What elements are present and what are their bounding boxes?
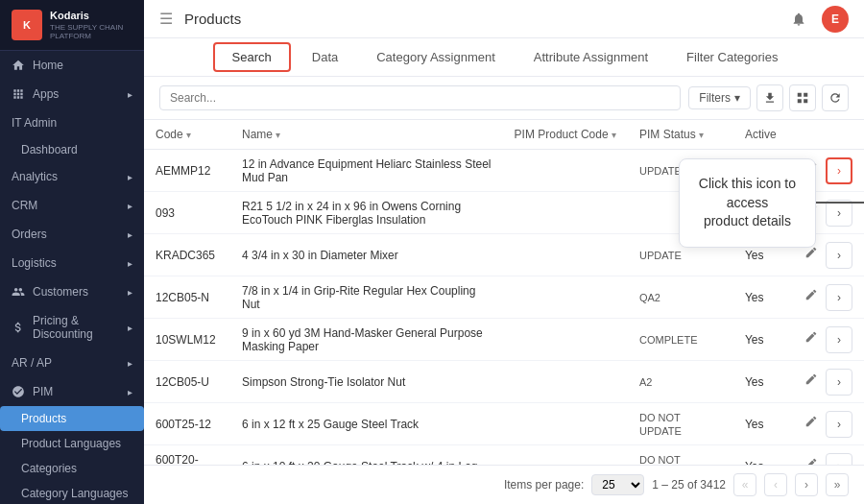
cell-active: Yes [733,445,788,466]
edit-icon[interactable] [800,156,823,180]
export-button[interactable] [756,84,783,111]
pagination-first-button[interactable]: « [733,473,756,496]
grid-icon [796,91,809,105]
cell-pim-code [503,361,628,403]
products-table: Code ▾ Name ▾ PIM Product Code ▾ PIM Sta… [144,120,864,465]
sidebar-label-products: Products [21,412,66,425]
detail-arrow-button[interactable]: › [826,284,852,311]
tab-attribute-assignment[interactable]: Attribute Assignment [516,44,665,70]
table-row: 600T25-12 6 in x 12 ft x 25 Gauge Steel … [144,403,864,445]
cell-pim-status: QA2 [628,276,733,319]
detail-arrow-button[interactable]: › [826,242,852,269]
pagination-next-button[interactable]: › [795,473,818,496]
detail-arrow-button[interactable]: › [826,326,852,353]
notification-wrapper [785,6,812,33]
sidebar-item-analytics[interactable]: Analytics ▸ [0,162,144,191]
filters-button[interactable]: Filters ▾ [688,86,751,109]
logistics-arrow: ▸ [128,258,132,269]
cell-actions: › [788,234,864,276]
col-header-active: Active [733,120,788,150]
tab-filter-categories[interactable]: Filter Categories [669,44,795,70]
cell-pim-status: DO NOT UPDATE [628,445,733,466]
detail-arrow-button[interactable]: › [826,157,852,184]
notification-button[interactable] [785,6,812,33]
orders-arrow: ▸ [128,229,132,240]
cell-code: 12CB05-N [144,276,230,319]
pagination-range: 1 – 25 of 3412 [652,478,726,492]
cell-active: Yes [733,192,788,234]
tab-category-assignment[interactable]: Category Assignment [359,44,513,70]
sidebar-label-pricing: Pricing & Discounting [33,314,128,341]
items-per-page-select[interactable]: 25 50 100 [591,474,644,495]
arap-arrow: ▸ [128,358,132,369]
cell-pim-code [503,319,628,361]
sidebar-item-pricing[interactable]: Pricing & Discounting ▸ [0,306,144,348]
cell-pim-status: UPDATE [628,234,733,276]
apps-arrow: ▸ [128,89,132,100]
sidebar-item-orders[interactable]: Orders ▸ [0,220,144,249]
cell-active: Yes [733,234,788,276]
cell-pim-code [503,276,628,319]
cell-pim-status: COMPLETE [628,319,733,361]
cell-code: 600T25-12 [144,403,230,445]
edit-icon[interactable] [800,241,823,264]
cell-code: AEMMP12 [144,150,230,192]
code-sort-icon: ▾ [186,130,191,140]
sidebar-item-categories[interactable]: Categories [0,456,144,481]
col-header-name[interactable]: Name ▾ [230,120,503,150]
pim-arrow: ▸ [128,387,132,397]
cell-name: 9 in x 60 yd 3M Hand-Masker General Purp… [230,319,503,361]
edit-icon[interactable] [800,283,823,306]
sidebar-item-category-languages[interactable]: Category Languages [0,481,144,504]
sidebar-item-arap[interactable]: AR / AP ▸ [0,348,144,377]
cell-active: Yes [733,319,788,361]
table-row: KRADC365 4 3/4 in x 30 in Diameter Mixer… [144,234,864,276]
edit-icon[interactable] [800,325,823,348]
page-title: Products [184,11,785,27]
user-avatar[interactable]: E [822,6,849,33]
sidebar-item-products[interactable]: Products [0,406,144,431]
edit-icon[interactable] [800,199,823,222]
menu-icon[interactable]: ☰ [159,10,173,28]
search-input[interactable] [159,85,681,110]
pagination-prev-button[interactable]: ‹ [764,473,787,496]
table-row: 12CB05-U Simpson Strong-Tie Isolator Nut… [144,361,864,403]
pagination-last-button[interactable]: » [826,473,849,496]
sidebar-item-pim[interactable]: PIM ▸ [0,377,144,406]
sidebar-item-logistics[interactable]: Logistics ▸ [0,249,144,277]
sidebar-item-home[interactable]: Home [0,51,144,80]
sidebar-label-category-languages: Category Languages [21,487,128,500]
sidebar-item-crm[interactable]: CRM ▸ [0,191,144,220]
filters-chevron-icon: ▾ [734,91,740,105]
cell-pim-code [503,150,628,192]
edit-icon[interactable] [800,410,823,433]
edit-icon[interactable] [800,452,823,465]
detail-arrow-button[interactable]: › [826,369,852,396]
pim-icon [12,385,25,398]
sidebar-item-apps[interactable]: Apps ▸ [0,80,144,108]
refresh-button[interactable] [822,84,849,111]
customers-icon [12,285,25,299]
grid-view-button[interactable] [789,84,816,111]
tab-data[interactable]: Data [295,44,355,70]
sidebar-label-arap: AR / AP [12,356,52,370]
refresh-icon [828,91,842,105]
sidebar-item-dashboard[interactable]: Dashboard [0,137,144,162]
cell-name: 6 in x 10 ft x 20 Gauge Steel Track w/ 4… [230,445,503,466]
col-header-pim-status[interactable]: PIM Status ▾ [628,120,733,150]
detail-arrow-button[interactable]: › [826,411,852,438]
edit-icon[interactable] [800,368,823,391]
tab-search[interactable]: Search [213,42,291,72]
detail-arrow-button[interactable]: › [826,453,852,465]
sidebar-item-customers[interactable]: Customers ▸ [0,277,144,306]
filters-label: Filters [699,91,731,105]
sidebar-item-itadmin[interactable]: IT Admin [0,108,144,137]
detail-arrow-button[interactable]: › [826,200,852,227]
table-row: 10SWLM12 9 in x 60 yd 3M Hand-Masker Gen… [144,319,864,361]
col-header-code[interactable]: Code ▾ [144,120,230,150]
sidebar-label-categories: Categories [21,462,77,475]
sidebar-item-product-languages[interactable]: Product Languages [0,431,144,456]
col-header-pim-code[interactable]: PIM Product Code ▾ [503,120,628,150]
cell-code: 12CB05-U [144,361,230,403]
cell-name: 4 3/4 in x 30 in Diameter Mixer [230,234,503,276]
